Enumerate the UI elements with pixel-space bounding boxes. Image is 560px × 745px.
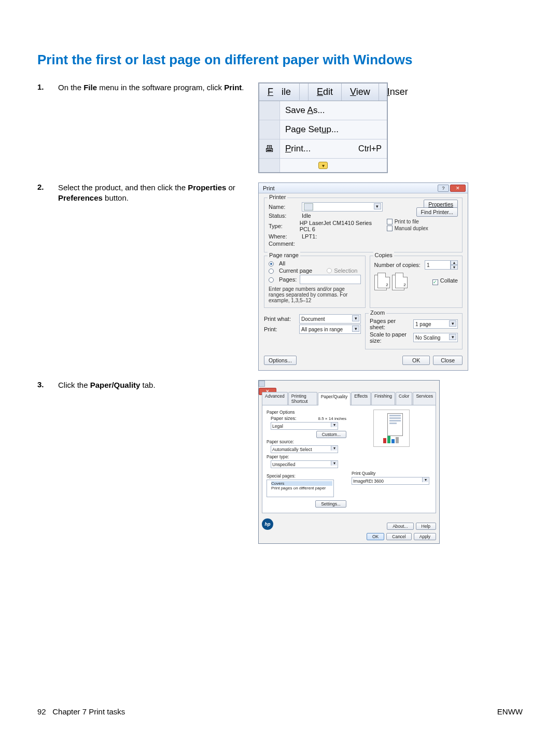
printer-group: Printer: [268, 194, 287, 200]
footer-right: ENWW: [497, 707, 523, 716]
zoom-group: Zoom: [369, 310, 386, 316]
step2-number: 2.: [37, 182, 58, 204]
printwhat-combo[interactable]: Document: [299, 314, 361, 324]
tab-paperquality[interactable]: Paper/Quality: [318, 392, 351, 405]
printer-name-combo[interactable]: [302, 202, 383, 212]
step1-text: On the File menu in the software program…: [58, 82, 255, 93]
radio-pages[interactable]: [269, 277, 274, 283]
menuitem-print[interactable]: 🖶 Print... Ctrl+P: [259, 139, 387, 159]
menubar: File Edit View Inser: [259, 83, 387, 101]
manual-duplex-check[interactable]: [387, 226, 393, 231]
pagesetup-icon: [259, 120, 280, 139]
menu-expand[interactable]: ▾: [259, 159, 387, 172]
menuitem-saveas[interactable]: Save As...: [259, 101, 387, 120]
tab-color[interactable]: Color: [396, 392, 412, 405]
shortcut-ctrlp: Ctrl+P: [358, 144, 382, 153]
ok-button[interactable]: OK: [402, 356, 430, 365]
tab-effects[interactable]: Effects: [351, 392, 371, 405]
collate-icon: 1 2 1 2: [374, 273, 408, 290]
t: or: [226, 183, 235, 192]
print-combo[interactable]: All pages in range: [299, 325, 361, 334]
about-button[interactable]: About...: [387, 523, 413, 530]
props-cancel-button[interactable]: Cancel: [386, 533, 411, 540]
t: .: [242, 83, 244, 92]
page-footer: 92 Chapter 7 Print tasks ENWW: [37, 707, 523, 716]
source-combo[interactable]: Automatically Select: [271, 445, 338, 453]
menu-inser[interactable]: Inser: [379, 83, 416, 101]
properties-dialog: ✕ Advanced Printing Shortcut Paper/Quali…: [258, 380, 440, 544]
file-menu-screenshot: File Edit View Inser Save As... Page Set…: [258, 82, 388, 173]
print-to-file-check[interactable]: [387, 219, 393, 224]
papersize-combo[interactable]: Legal: [271, 422, 338, 430]
menu-file[interactable]: File: [259, 83, 309, 101]
chevron-down-icon: ▾: [318, 162, 328, 169]
pages-input[interactable]: [300, 275, 360, 284]
pagerange-group: Page range: [268, 252, 300, 258]
hp-logo-icon: hp: [262, 518, 273, 530]
lbl-source: Paper source:: [267, 439, 346, 444]
tab-services[interactable]: Services: [413, 392, 436, 405]
props-sysicon: [259, 381, 265, 387]
close-button[interactable]: ✕: [450, 185, 466, 192]
lbl-pq: Print Quality: [352, 471, 431, 476]
paper-options-label: Paper Options: [267, 410, 346, 415]
lbl-name: Name:: [269, 204, 299, 210]
copies-value[interactable]: 1: [425, 260, 451, 270]
t: button.: [103, 193, 129, 202]
tab-advanced[interactable]: Advanced: [262, 392, 288, 405]
page-number: 92: [37, 707, 46, 716]
scale-combo[interactable]: No Scaling: [413, 333, 458, 342]
lbl-papersizes: Paper sizes:: [271, 416, 297, 421]
lbl-special: Special pages:: [267, 473, 346, 479]
t: Select the product, and then click the: [58, 183, 188, 192]
step3-number: 3.: [37, 380, 58, 390]
help-button[interactable]: ?: [438, 185, 449, 192]
t: File: [83, 83, 97, 92]
print-dialog: Print ? ✕ Printer Name:: [258, 182, 468, 371]
options-button[interactable]: Options...: [264, 356, 297, 365]
type-combo[interactable]: Unspecified: [271, 460, 338, 468]
printquality-combo[interactable]: ImageREt 3600: [352, 477, 429, 485]
props-ok-button[interactable]: OK: [367, 533, 384, 540]
close-dialog-button[interactable]: Close: [433, 356, 463, 365]
settings-button[interactable]: Settings...: [315, 500, 346, 508]
lbl-status: Status:: [269, 213, 299, 219]
tab-finishing[interactable]: Finishing: [371, 392, 395, 405]
tabs: Advanced Printing Shortcut Paper/Quality…: [259, 390, 439, 405]
t: tab.: [140, 381, 155, 389]
val-where: LPT1:: [302, 233, 317, 240]
find-printer-button[interactable]: Find Printer...: [416, 207, 458, 217]
radio-all[interactable]: [269, 261, 274, 266]
radio-selection[interactable]: [327, 268, 332, 273]
menuitem-pagesetup[interactable]: Page Setup...: [259, 120, 387, 139]
printer-small-icon: [304, 203, 313, 210]
copies-group: Copies: [373, 252, 394, 258]
lbl-current: Current page: [279, 268, 312, 274]
list-diff[interactable]: Print pages on different paper: [271, 486, 332, 490]
pages-hint: Enter page numbers and/or page ranges se…: [269, 286, 361, 303]
chapter-title: Chapter 7 Print tasks: [52, 707, 125, 716]
radio-current[interactable]: [269, 269, 274, 274]
step1-number: 1.: [37, 82, 58, 93]
lbl-all: All: [279, 260, 285, 266]
menu-edit[interactable]: Edit: [309, 83, 342, 101]
printer-icon: 🖶: [259, 139, 280, 158]
special-pages-list[interactable]: Covers Print pages on different paper: [267, 480, 334, 497]
page-title: Print the first or last page on differen…: [37, 52, 523, 68]
pps-combo[interactable]: 1 page: [413, 319, 458, 329]
val-status: Idle: [302, 213, 311, 219]
paper-dim: 8.5 × 14 inches: [318, 416, 346, 421]
tab-shortcuts[interactable]: Printing Shortcut: [288, 392, 317, 405]
custom-button[interactable]: Custom...: [316, 431, 346, 438]
menu-view[interactable]: View: [342, 83, 379, 101]
list-covers[interactable]: Covers: [271, 481, 332, 486]
lbl-printwhat: Print what:: [264, 316, 296, 322]
lbl-comment: Comment:: [269, 241, 299, 247]
t: menu in the software program, click: [97, 83, 224, 92]
props-apply-button[interactable]: Apply: [414, 533, 436, 540]
lbl-md: Manual duplex: [395, 226, 428, 231]
copies-spinner[interactable]: 1▲▼: [425, 260, 458, 270]
collate-check[interactable]: ✓: [432, 279, 438, 285]
help-button[interactable]: Help: [416, 523, 436, 530]
t: Properties: [188, 183, 226, 192]
